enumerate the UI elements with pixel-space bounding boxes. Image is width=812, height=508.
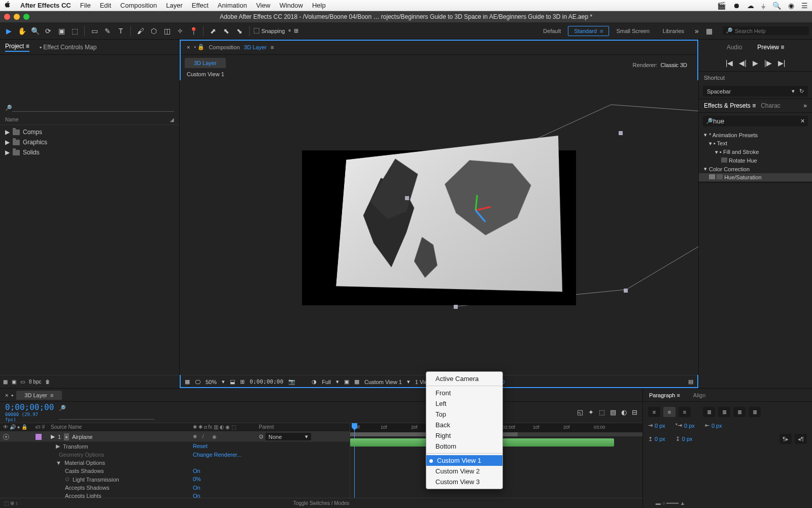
prop-casts-shadows[interactable]: Casts ShadowsOn bbox=[0, 467, 350, 475]
transparency-icon[interactable]: ▦ bbox=[354, 378, 359, 385]
dd-left[interactable]: Left bbox=[426, 398, 502, 409]
apple-icon[interactable] bbox=[4, 1, 11, 10]
help-search-input[interactable] bbox=[735, 28, 806, 34]
effects-search-input[interactable] bbox=[713, 117, 800, 125]
play-icon[interactable]: ▶ bbox=[753, 59, 758, 67]
channel-icon[interactable]: ◑ bbox=[312, 378, 317, 385]
align-right-icon[interactable]: ≡ bbox=[679, 407, 691, 417]
roto-tool-icon[interactable]: ✧ bbox=[175, 25, 186, 37]
menu-window[interactable]: Window bbox=[280, 2, 303, 9]
parent-col[interactable]: Parent bbox=[259, 424, 289, 430]
menu-animation[interactable]: Animation bbox=[218, 2, 247, 9]
clone-tool-icon[interactable]: ⬡ bbox=[148, 25, 159, 37]
pickwhip-icon[interactable]: ⊙ bbox=[259, 433, 263, 440]
trash-icon[interactable]: 🗑 bbox=[45, 379, 50, 385]
folder-comps[interactable]: ▶Comps bbox=[0, 127, 179, 137]
snapshot-icon[interactable]: 📷 bbox=[288, 378, 295, 385]
zoom-tool-icon[interactable]: 🔍 bbox=[29, 25, 41, 37]
indent-left[interactable]: ⇥ 0 px bbox=[648, 422, 665, 429]
graph-editor-icon[interactable]: ⊟ bbox=[632, 408, 637, 416]
window-controls[interactable] bbox=[4, 14, 29, 20]
close-button[interactable] bbox=[4, 14, 10, 20]
puppet-tool-icon[interactable]: 📍 bbox=[188, 25, 199, 37]
res-down-icon[interactable]: ⬓ bbox=[230, 378, 235, 385]
menu-edit[interactable]: Edit bbox=[100, 2, 111, 9]
preview-tab[interactable]: Preview ≡ bbox=[757, 44, 784, 51]
renderer-value[interactable]: Classic 3D bbox=[660, 62, 687, 68]
transform-handle[interactable] bbox=[454, 305, 458, 309]
menubar-spotlight-icon[interactable]: 🔍 bbox=[772, 2, 781, 10]
menu-view[interactable]: View bbox=[256, 2, 270, 9]
text-dir-rtl-icon[interactable]: ◂¶ bbox=[795, 434, 807, 444]
timeline-tab[interactable]: 3D Layer ≡ bbox=[16, 391, 61, 400]
transform-handle[interactable] bbox=[405, 196, 409, 200]
prop-material[interactable]: ▼Material Options bbox=[0, 459, 350, 467]
justify-last-right-icon[interactable]: ≣ bbox=[733, 407, 746, 417]
rotate-hue-preset[interactable]: Rotate Hue bbox=[699, 156, 812, 165]
audio-tab[interactable]: Audio bbox=[727, 44, 742, 51]
panel-menu-icon[interactable]: ≡ bbox=[270, 44, 274, 50]
viewport[interactable] bbox=[180, 80, 698, 375]
panel-overflow-icon[interactable]: » bbox=[803, 102, 807, 109]
roi-icon[interactable]: ▣ bbox=[344, 378, 349, 385]
project-tab[interactable]: Project ≡ bbox=[5, 43, 29, 52]
menu-layer[interactable]: Layer bbox=[166, 2, 183, 9]
menubar-siri-icon[interactable]: ◉ bbox=[788, 2, 794, 10]
effects-search[interactable]: 🔎 ✕ bbox=[703, 116, 808, 126]
clear-search-icon[interactable]: ✕ bbox=[800, 118, 805, 124]
presets-folder[interactable]: ▾* Animation Presets bbox=[699, 131, 812, 139]
3d-axis-gizmo[interactable] bbox=[476, 209, 477, 210]
camera-tool-icon[interactable]: ▣ bbox=[56, 25, 67, 37]
current-time[interactable]: 0;00;00;00 bbox=[250, 378, 283, 385]
last-frame-icon[interactable]: ▶| bbox=[778, 59, 786, 67]
project-search-input[interactable] bbox=[12, 104, 174, 112]
map-3d-layer[interactable] bbox=[336, 136, 562, 292]
hue-saturation-effect[interactable]: Hue/Saturation bbox=[699, 173, 812, 181]
snap-opt-icon[interactable]: ⚬ bbox=[287, 27, 292, 34]
visibility-toggle[interactable] bbox=[3, 434, 9, 440]
rect-tool-icon[interactable]: ▭ bbox=[89, 25, 100, 37]
workspace-standard[interactable]: Standard ≡ bbox=[568, 26, 609, 36]
prop-accepts-shadows[interactable]: Accepts ShadowsOn bbox=[0, 484, 350, 492]
view-select[interactable]: Custom View 1 bbox=[364, 379, 402, 385]
transform-handle[interactable] bbox=[619, 131, 623, 135]
snapping-checkbox[interactable] bbox=[254, 28, 259, 34]
eraser-tool-icon[interactable]: ◫ bbox=[161, 25, 173, 37]
folder-graphics[interactable]: ▶Graphics bbox=[0, 137, 179, 147]
menu-file[interactable]: File bbox=[80, 2, 91, 9]
orbit-tool-icon[interactable]: ⟳ bbox=[43, 25, 54, 37]
text-folder[interactable]: ▾ ▪ Text bbox=[699, 139, 812, 148]
dd-active-camera[interactable]: Active Camera bbox=[426, 373, 502, 384]
pen-tool-icon[interactable]: ✎ bbox=[102, 25, 113, 37]
workspace-default[interactable]: Default bbox=[537, 26, 567, 36]
dd-right[interactable]: Right bbox=[426, 430, 502, 441]
axis-world-icon[interactable]: ⬉ bbox=[221, 25, 232, 37]
indent-first[interactable]: *⇥ 0 px bbox=[675, 422, 695, 429]
draft3d-icon[interactable]: ✦ bbox=[588, 408, 594, 416]
dd-front[interactable]: Front bbox=[426, 388, 502, 398]
space-after[interactable]: ↧ 0 px bbox=[675, 434, 693, 444]
motion-blur-icon[interactable]: ◐ bbox=[621, 408, 627, 416]
hand-tool-icon[interactable]: ✋ bbox=[16, 25, 27, 37]
dd-custom-view-2[interactable]: Custom View 2 bbox=[426, 466, 502, 477]
dd-custom-view-1[interactable]: Custom View 1 bbox=[426, 455, 502, 466]
folder-solids[interactable]: ▶Solids bbox=[0, 147, 179, 157]
align-left-icon[interactable]: ≡ bbox=[648, 407, 660, 417]
axis-local-icon[interactable]: ⬈ bbox=[208, 25, 219, 37]
text-dir-ltr-icon[interactable]: ¶▸ bbox=[780, 434, 792, 444]
prop-geometry[interactable]: Geometry OptionsChange Renderer... bbox=[0, 451, 350, 459]
menubar-list-icon[interactable]: ☰ bbox=[801, 2, 808, 10]
close-tab-icon[interactable]: × bbox=[187, 44, 190, 50]
label-column-icon[interactable]: ◢ bbox=[170, 117, 174, 122]
pan-behind-tool-icon[interactable]: ⬚ bbox=[69, 25, 80, 37]
interpret-icon[interactable]: ▦ bbox=[3, 379, 8, 385]
new-comp-icon[interactable]: ▣ bbox=[12, 379, 16, 385]
workspace-overflow-icon[interactable]: » bbox=[691, 25, 702, 37]
timeline-search-input[interactable] bbox=[59, 411, 154, 420]
tl-footer-icons[interactable]: ⬚ ⊕ ↕ bbox=[4, 500, 18, 506]
brush-tool-icon[interactable]: 🖌 bbox=[135, 25, 146, 37]
zoom-level[interactable]: 50% bbox=[206, 379, 217, 385]
parent-select[interactable]: None▾ bbox=[265, 433, 311, 440]
workspace-panel-icon[interactable]: ▦ bbox=[703, 25, 715, 37]
dd-bottom[interactable]: Bottom bbox=[426, 441, 502, 452]
